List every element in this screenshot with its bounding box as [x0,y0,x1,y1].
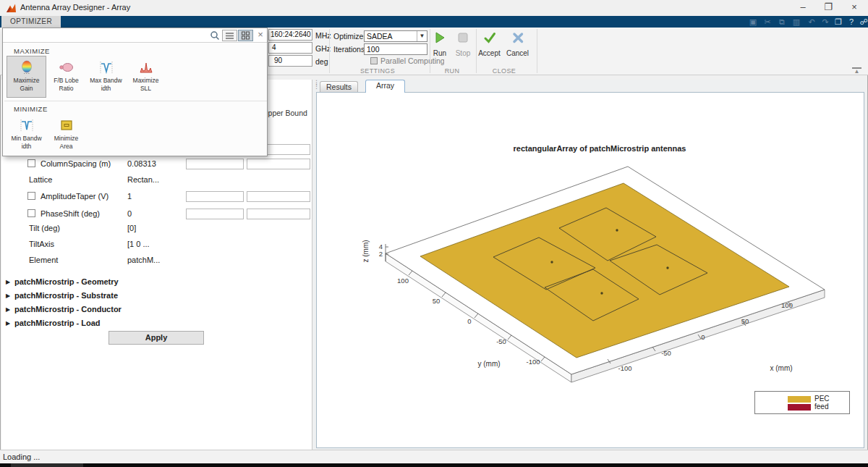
expand-arrow-icon[interactable]: ▶ [6,293,10,299]
parallel-computing-label: Parallel Computing [380,56,444,65]
y-tick-label: 50 [433,297,441,305]
optimizer-value: SADEA [367,32,393,41]
x-tick-label: -50 [661,349,671,357]
amplitudetaper-checkbox[interactable] [27,192,35,200]
feed-point [666,266,668,269]
restore-button[interactable]: ❐ [817,0,839,15]
paste-icon[interactable]: ▥ [790,17,803,27]
amplitudetaper-lower-bound-input[interactable] [186,191,244,202]
gallery-item-maximize-sll[interactable]: Maximize SLL [126,56,166,98]
help-icon[interactable]: ? [845,17,858,27]
app-window: Antenna Array Designer - Array – ❐ × OPT… [0,0,868,467]
cancel-button[interactable]: Cancel [506,30,529,57]
maximize-sll-icon [127,59,165,77]
close-button[interactable]: × [843,0,865,15]
search-icon [210,30,220,41]
expand-arrow-icon[interactable]: ▶ [6,279,10,285]
optimizer-gallery-popup: × MAXIMIZE Maximize Gain [2,28,268,156]
window-title: Antenna Array Designer - Array [20,3,130,12]
prop-value-tilt: [0] [127,224,136,232]
copy-icon[interactable]: ⧉ [775,17,788,27]
columnspacing-upper-bound-input[interactable] [247,159,310,169]
ribbon-strip: OPTIMIZER ▣ ✂ ⧉ ▥ ↶ ↷ ❐ ? ☍ [0,16,868,28]
minimize-button[interactable]: – [792,0,814,15]
gallery-item-maximize-gain[interactable]: Maximize Gain [7,56,46,98]
amplitudetaper-upper-bound-input[interactable] [247,191,310,202]
max-bandwidth-icon [87,59,125,77]
fb-lobe-ratio-icon [47,59,85,77]
frequency-range-input[interactable]: 160:24:2640 [268,29,312,41]
check-icon [482,30,497,45]
phaseshift-lower-bound-input[interactable] [186,209,244,219]
parallel-computing-checkbox[interactable] [370,57,378,64]
tab-array[interactable]: Array [365,80,405,93]
feed-point [616,229,618,231]
redo-icon[interactable]: ↷ [819,17,832,27]
close-gallery-icon[interactable]: × [255,29,266,40]
angle-input[interactable]: 90 [268,55,312,67]
prop-name-tiltaxis: TiltAxis [29,240,54,248]
prop-value-element: patchM... [127,256,160,264]
stop-button[interactable]: Stop [453,30,473,57]
section-label-settings: SETTINGS [340,67,415,75]
tab-optimizer[interactable]: OPTIMIZER [1,16,61,28]
matlab-logo-icon [6,3,17,13]
tab-results[interactable]: Results [320,81,358,93]
accept-button[interactable]: Accept [477,30,501,57]
save-icon[interactable]: ▣ [746,17,760,27]
legend-label-feed: feed [814,403,828,411]
community-icon[interactable]: ☍ [857,17,868,27]
expand-arrow-icon[interactable]: ▶ [6,306,10,313]
window-layout-icon[interactable]: ❐ [832,17,845,27]
iterations-input[interactable]: 100 [364,43,427,55]
grid-view-button[interactable] [238,30,253,41]
gallery-item-minimize-area[interactable]: Minimize Area [46,114,86,156]
cancel-label: Cancel [506,49,529,57]
status-text: Loading ... [3,453,40,461]
section-conductor[interactable]: patchMicrostrip - Conductor [14,305,122,314]
stop-icon [456,30,470,45]
minimize-category-header: MINIMIZE [14,105,48,113]
frequency-input[interactable]: 4 [268,42,312,54]
minimize-area-icon [47,117,85,135]
x-tick-label: -100 [618,364,631,372]
undo-icon[interactable]: ↶ [805,17,818,27]
list-view-button[interactable] [222,30,237,41]
gallery-item-min-bandwidth[interactable]: Min Bandw idth [7,114,46,156]
columnspacing-lower-bound-input[interactable] [186,159,244,169]
prop-name-phaseshift: PhaseShift (deg) [41,209,100,218]
phaseshift-upper-bound-input[interactable] [247,209,310,219]
play-icon [433,30,447,45]
cut-icon[interactable]: ✂ [761,17,774,27]
upper-bound-header: Upper Bound [263,109,307,117]
iterations-value: 100 [367,45,380,54]
run-button[interactable]: Run [430,30,449,57]
gallery-item-fb-lobe-ratio[interactable]: F/B Lobe Ratio [46,56,86,98]
prop-name-amplitudetaper: AmplitudeTaper (V) [41,192,109,201]
gallery-search-input[interactable] [4,30,208,41]
unit-deg: deg [315,57,328,66]
iterations-label: Iterations [333,45,365,54]
y-tick-label: 100 [397,277,409,285]
phaseshift-checkbox[interactable] [27,209,35,217]
optimizer-dropdown[interactable]: SADEA ▼ [364,30,427,42]
columnspacing-checkbox[interactable] [27,159,35,167]
gallery-item-max-bandwidth[interactable]: Max Bandw idth [86,56,126,98]
min-bandwidth-icon [7,117,46,135]
prop-name-tilt: Tilt (deg) [29,224,60,232]
collapse-toolstrip-icon[interactable]: ▲ [852,67,861,74]
title-bar: Antenna Array Designer - Array – ❐ × [0,0,868,16]
run-label: Run [430,49,449,57]
section-load[interactable]: patchMicrostrip - Load [14,319,101,327]
section-geometry[interactable]: patchMicrostrip - Geometry [14,277,119,286]
panel-drag-handle[interactable]: ⋮⋮ [313,81,320,88]
section-substrate[interactable]: patchMicrostrip - Substrate [14,291,118,300]
expand-arrow-icon[interactable]: ▶ [6,320,10,327]
legend-label-pec: PEC [814,395,830,403]
apply-button[interactable]: Apply [109,331,204,345]
x-tick-label: 50 [741,317,749,325]
pec-ground-plane [420,183,789,358]
y-axis-label: y (mm) [477,360,500,368]
stop-label: Stop [453,49,473,57]
gallery-search-row: × [3,28,267,43]
